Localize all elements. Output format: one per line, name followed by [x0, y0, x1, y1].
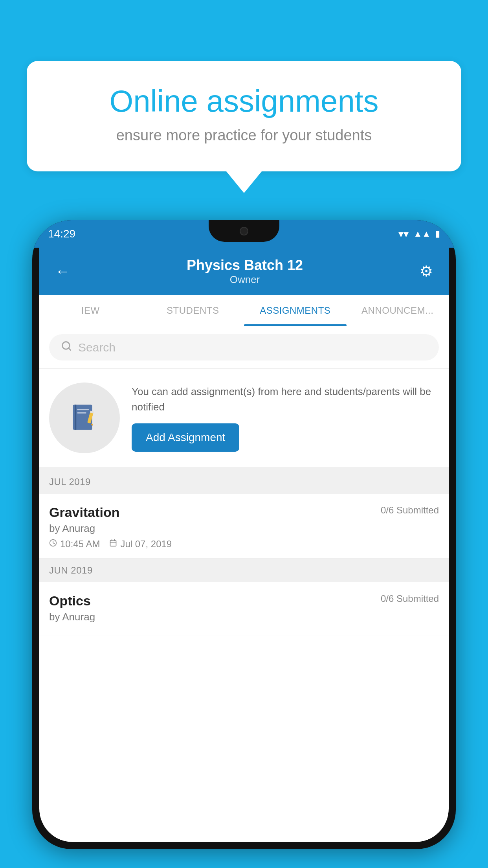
assignment-by: by Anurag	[49, 522, 439, 535]
promo-description: You can add assignment(s) from here and …	[132, 384, 439, 415]
svg-line-1	[68, 348, 70, 350]
header-title: Physics Batch 12	[187, 257, 303, 274]
month-header-jul: JUL 2019	[39, 470, 449, 494]
clock-icon	[49, 539, 57, 549]
back-button[interactable]: ←	[55, 263, 70, 280]
tabs-bar: IEW STUDENTS ASSIGNMENTS ANNOUNCEM...	[39, 295, 449, 326]
assignment-item-optics[interactable]: Optics 0/6 Submitted by Anurag	[39, 582, 449, 636]
assignment-meta: 10:45 AM Jul 07, 2019	[49, 539, 439, 550]
assignment-name-optics: Optics	[49, 593, 91, 609]
header-title-area: Physics Batch 12 Owner	[187, 257, 303, 286]
camera-dot	[240, 227, 248, 235]
speech-bubble-title: Online assignments	[58, 85, 430, 118]
assignment-time-value: 10:45 AM	[60, 539, 100, 550]
calendar-icon	[109, 539, 117, 549]
status-time: 14:29	[48, 228, 75, 240]
settings-button[interactable]: ⚙	[420, 263, 433, 280]
assignment-submitted: 0/6 Submitted	[381, 505, 439, 516]
search-icon	[61, 340, 72, 354]
phone-screen: ← Physics Batch 12 Owner ⚙ IEW STUDENTS …	[39, 248, 449, 842]
phone-frame: 14:29 ▾▾ ▲▲ ▮ ← Physics Batch 12 Owner ⚙…	[32, 220, 456, 849]
app-header: ← Physics Batch 12 Owner ⚙	[39, 248, 449, 295]
promo-text-area: You can add assignment(s) from here and …	[132, 384, 439, 452]
speech-bubble-subtitle: ensure more practice for your students	[58, 127, 430, 144]
battery-icon: ▮	[435, 229, 440, 239]
tab-announcements[interactable]: ANNOUNCEM...	[347, 295, 449, 326]
svg-rect-5	[77, 412, 86, 413]
speech-bubble-card: Online assignments ensure more practice …	[27, 61, 461, 171]
assignment-item-top: Gravitation 0/6 Submitted	[49, 505, 439, 520]
signal-icon: ▲▲	[413, 229, 431, 239]
assignment-item-gravitation[interactable]: Gravitation 0/6 Submitted by Anurag 10:4…	[39, 494, 449, 559]
assignment-date-value: Jul 07, 2019	[120, 539, 172, 550]
month-header-jun: JUN 2019	[39, 559, 449, 582]
promo-card: You can add assignment(s) from here and …	[39, 369, 449, 470]
tab-assignments[interactable]: ASSIGNMENTS	[244, 295, 347, 326]
svg-rect-4	[77, 409, 89, 410]
search-bar[interactable]: Search	[49, 334, 439, 360]
assignment-by-optics: by Anurag	[49, 611, 439, 623]
assignment-item-top-optics: Optics 0/6 Submitted	[49, 593, 439, 609]
speech-bubble-container: Online assignments ensure more practice …	[27, 61, 461, 193]
tab-iew[interactable]: IEW	[39, 295, 142, 326]
search-bar-container: Search	[39, 326, 449, 369]
assignment-date: Jul 07, 2019	[109, 539, 172, 550]
assignment-submitted-optics: 0/6 Submitted	[381, 593, 439, 604]
header-subtitle: Owner	[187, 274, 303, 286]
speech-bubble-arrow	[226, 171, 262, 193]
assignment-time: 10:45 AM	[49, 539, 100, 550]
search-placeholder: Search	[78, 341, 116, 354]
assignment-name: Gravitation	[49, 505, 119, 520]
notebook-icon	[68, 401, 101, 435]
wifi-icon: ▾▾	[398, 228, 409, 240]
add-assignment-button[interactable]: Add Assignment	[132, 423, 239, 452]
svg-rect-3	[75, 405, 76, 430]
phone-notch	[209, 220, 279, 242]
promo-icon-circle	[49, 383, 120, 453]
status-icons: ▾▾ ▲▲ ▮	[398, 228, 440, 240]
tab-students[interactable]: STUDENTS	[142, 295, 244, 326]
svg-rect-10	[110, 540, 116, 546]
